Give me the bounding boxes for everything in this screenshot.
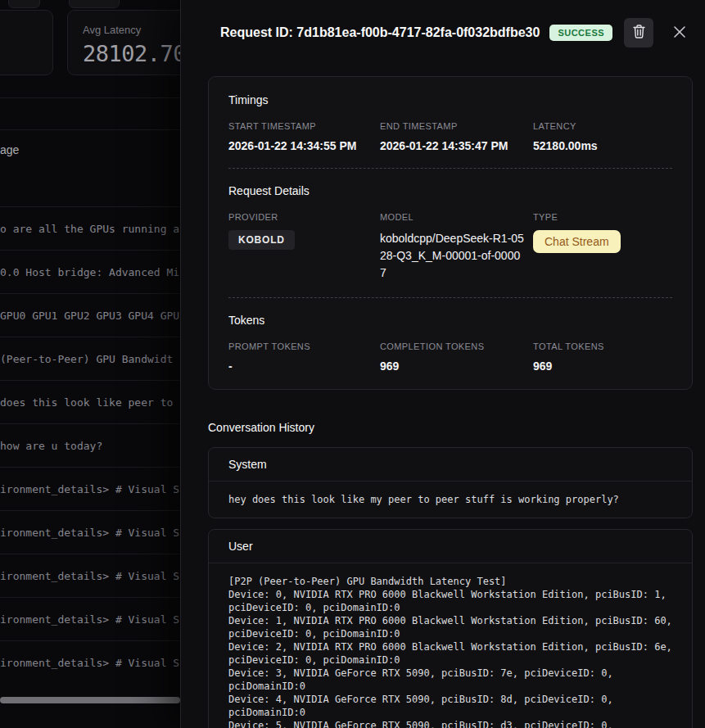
row-text: (Peer-to-Peer) GPU Bandwidt (0, 353, 173, 365)
message-content: hey does this look like my peer to peer … (209, 482, 692, 518)
field-label: PROMPT TOKENS (228, 341, 380, 351)
field-value: 52180.00ms (533, 139, 672, 152)
field-value: 969 (380, 359, 533, 373)
field-total-tokens: TOTAL TOKENS 969 (533, 341, 672, 373)
message-card-system: System hey does this look like my peer t… (208, 447, 693, 518)
horizontal-scrollbar[interactable] (0, 697, 180, 703)
title-prefix: Request ID: (220, 25, 293, 39)
message-role: User (209, 530, 692, 563)
delete-request-button[interactable] (624, 18, 653, 47)
row-text: ironment_details> # Visual S (0, 570, 179, 582)
field-value: 2026-01-22 14:35:47 PM (380, 139, 533, 152)
message-card-user: User [P2P (Peer-to-Peer) GPU Bandwidth L… (208, 529, 693, 728)
row-text: 0.0 Host bridge: Advanced Mi (0, 266, 179, 278)
request-summary-card: Timings START TIMESTAMP 2026-01-22 14:34… (208, 76, 693, 390)
partial-heading: age (0, 143, 19, 156)
request-id: 7d1b81ea-f00b-4717-82fa-0f032bdfbe30 (296, 25, 540, 39)
field-completion-tokens: COMPLETION TOKENS 969 (380, 341, 533, 373)
row-text: o are all the GPUs running a (0, 223, 179, 235)
field-value: 969 (533, 359, 672, 373)
row-text: ironment_details> # Visual S (0, 527, 179, 539)
field-end-timestamp: END TIMESTAMP 2026-01-22 14:35:47 PM (380, 121, 533, 152)
top-nav-stub[interactable] (8, 0, 40, 8)
field-prompt-tokens: PROMPT TOKENS - (228, 341, 380, 373)
trash-icon (633, 25, 645, 41)
field-type: TYPE Chat Stream (533, 212, 672, 282)
row-text: ironment_details> # Visual S (0, 657, 179, 669)
row-text: how are u today? (0, 440, 102, 452)
request-details-section: Request Details PROVIDER KOBOLD MODEL ko… (228, 184, 672, 282)
metric-card-partial (0, 10, 53, 75)
field-label: TYPE (533, 212, 672, 222)
field-label: LATENCY (533, 121, 672, 131)
model-name: koboldcpp/DeepSeek-R1-0528-Q3_K_M-00001-… (380, 230, 524, 282)
field-label: MODEL (380, 212, 533, 222)
status-badge: SUCCESS (549, 25, 612, 41)
section-heading-timings: Timings (228, 93, 672, 106)
top-nav-stub[interactable] (69, 0, 120, 8)
section-heading-request-details: Request Details (228, 184, 672, 197)
dashed-divider (228, 168, 672, 169)
provider-badge: KOBOLD (228, 230, 295, 250)
field-label: TOTAL TOKENS (533, 341, 672, 351)
timings-section: Timings START TIMESTAMP 2026-01-22 14:34… (228, 93, 672, 152)
close-icon (673, 25, 686, 41)
row-text: does this look like peer to (0, 396, 173, 409)
field-start-timestamp: START TIMESTAMP 2026-01-22 14:34:55 PM (228, 121, 380, 152)
field-value: - (228, 359, 380, 373)
close-drawer-button[interactable] (668, 21, 691, 44)
conversation-history-heading: Conversation History (208, 421, 692, 434)
row-text: ironment_details> # Visual S (0, 613, 179, 626)
field-value: 2026-01-22 14:34:55 PM (228, 139, 380, 152)
row-text: ironment_details> # Visual S (0, 483, 179, 495)
request-detail-drawer: Request ID: 7d1b81ea-f00b-4717-82fa-0f03… (180, 0, 705, 728)
field-model: MODEL koboldcpp/DeepSeek-R1-0528-Q3_K_M-… (380, 212, 533, 282)
message-role: System (209, 448, 692, 482)
field-provider: PROVIDER KOBOLD (228, 212, 380, 282)
field-label: PROVIDER (228, 212, 380, 222)
page-title: Request ID: 7d1b81ea-f00b-4717-82fa-0f03… (220, 25, 540, 40)
dashed-divider (228, 297, 672, 298)
message-content: [P2P (Peer-to-Peer) GPU Bandwidth Latenc… (209, 563, 692, 728)
section-heading-tokens: Tokens (228, 314, 672, 327)
type-badge: Chat Stream (533, 230, 621, 253)
field-latency: LATENCY 52180.00ms (533, 121, 672, 152)
field-label: COMPLETION TOKENS (380, 341, 533, 351)
field-label: START TIMESTAMP (228, 121, 380, 131)
tokens-section: Tokens PROMPT TOKENS - COMPLETION TOKENS… (228, 314, 672, 373)
drawer-header: Request ID: 7d1b81ea-f00b-4717-82fa-0f03… (181, 0, 705, 46)
field-label: END TIMESTAMP (380, 121, 533, 131)
row-text: GPU0 GPU1 GPU2 GPU3 GPU4 GPU (0, 310, 179, 322)
